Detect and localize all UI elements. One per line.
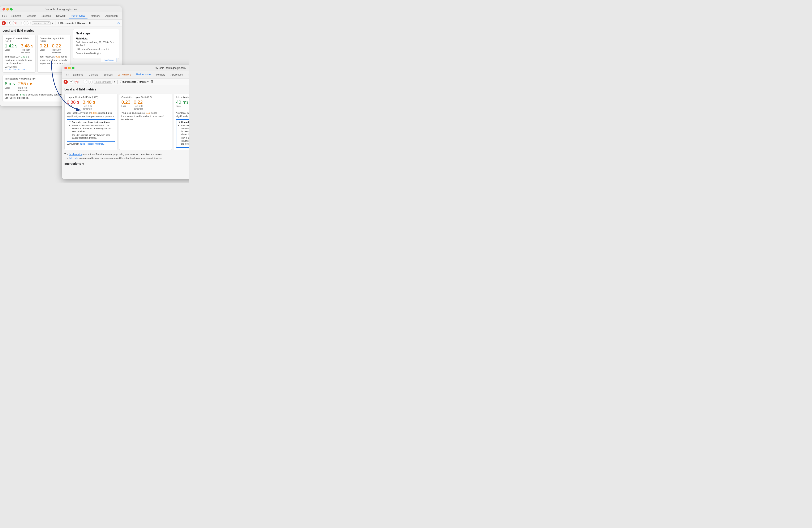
upload-button[interactable]: ↑ [21,21,25,25]
fg-minimize-button[interactable] [68,67,71,69]
memory-checkbox[interactable]: Memory [75,22,87,24]
fg-field-data-link[interactable]: field data [69,157,78,159]
fg-local-metrics-link[interactable]: local metrics [69,153,82,156]
fg-tab-sources[interactable]: Sources [101,72,115,77]
fg-lcp-consider-title: Consider your local test conditions [69,121,113,124]
fg-section-title: Local and field metrics [64,88,189,91]
tab-sources[interactable]: Sources [39,14,53,18]
fg-inp-desc: Your local INP value of 40 ms is good, b… [176,111,189,118]
fg-lcp-val-highlight: 6.88 s [91,112,98,114]
bg-cls-values: 0.21 Local 0.22 Field 75thPercentile [40,43,68,54]
fg-metrics-grid: Largest Contentful Paint (LCP) 6.88 s Lo… [64,94,189,150]
tab-memory[interactable]: Memory [88,14,102,18]
bg-cls-field-label: Field 75thPercentile [52,48,61,54]
fg-window-title: DevTools - fonts.google.com/ [154,67,186,70]
fg-maximize-button[interactable] [72,67,74,69]
bg-lcp-desc: Your local LCP 1.42 s is good, and is si… [5,55,33,65]
fg-main-content: Local and field metrics Largest Contentf… [62,85,189,179]
tab-network[interactable]: Network [54,14,68,18]
bg-lcp-link[interactable]: div.tile__text.tile__edu... [5,68,27,70]
fg-lcp-field-group: 3.48 s Field 75thpercentile [83,100,95,110]
minimize-button[interactable] [6,8,9,11]
traffic-lights [2,8,13,11]
fg-tab-network[interactable]: ⚠ Network [116,72,133,77]
network-warning-icon: ⚠ [118,73,120,76]
fg-tab-memory[interactable]: Memory [154,72,168,77]
tab-security[interactable]: Security [121,14,122,18]
bg-device-select: Device: Auto (Desktop) ▾ [76,52,116,55]
bg-inp-local-group: 8 ms Local [5,81,15,92]
fg-lcp-local-label: Local [67,105,79,108]
fg-lcp-element: LCP Element h1.tile__header--title.mai..… [67,143,115,145]
fg-tab-security[interactable]: Security [186,72,189,77]
fg-lcp-consider-item-1: The LCP element can vary between page lo… [72,134,113,140]
bg-lcp-card: Largest Contentful Paint (LCP) 1.42 s Lo… [2,35,36,73]
fg-tab-bar: ⠿ ⬚ Elements Console Sources ⚠ Network P… [62,71,189,79]
cpu-throttle-icon[interactable]: 🎛 [89,22,91,25]
tab-elements[interactable]: Elements [9,14,24,18]
fg-tab-application[interactable]: Application [168,72,186,77]
bg-tab-bar: ⠿ ⬚ Elements Console Sources Network Per… [0,12,122,20]
fg-titlebar: DevTools - fonts.google.com/ [62,65,189,71]
bg-lcp-field-val: 3.48 s [21,43,33,48]
bg-url-dropdown-icon[interactable]: ▾ [107,48,109,51]
settings-icon-right[interactable]: ⚙ [117,22,120,25]
interactions-info-icon[interactable]: ⊘ [82,162,84,165]
fg-inspect-icon[interactable]: ⬚ [66,73,69,76]
fg-tab-elements[interactable]: Elements [70,72,86,77]
bg-url-label: URL: https://fonts.google.com/ [76,48,107,51]
fg-tab-performance[interactable]: Performance [134,72,153,77]
fg-footer-line2: The field data is measured by real users… [64,156,189,160]
bg-inp-values: 8 ms Local 255 ms Field 75thPercentile [5,81,68,92]
record-button[interactable] [2,21,6,25]
fg-lcp-consider-item-0: Screen size can influence what the LCP e… [72,124,113,133]
bg-device-dropdown-icon[interactable]: ▾ [100,52,102,55]
inspect-icon[interactable]: ⬚ [4,14,7,17]
fg-inp-consider-title: Consider your local test conditions [178,121,189,124]
bg-lcp-field-group: 3.48 s Field 75thPercentile [21,43,33,54]
fg-screenshots-checkbox[interactable]: Screenshots [120,81,136,83]
bg-lcp-local-label: Local [5,48,17,51]
fg-cls-local-val: 0.23 [121,100,130,105]
no-recordings-label: (no recordings) [32,22,50,25]
fg-lcp-local-val: 6.88 s [67,100,79,105]
bg-lcp-element: LCP Element div.tile__text.tile__edu... [5,66,33,70]
bg-lcp-field-label: Field 75thPercentile [21,48,33,54]
fg-inp-local-label: Local [176,105,189,108]
fg-cpu-throttle-icon[interactable]: 🎛 [150,80,153,83]
bg-lcp-local-group: 1.42 s Local [5,43,17,54]
bg-cls-field-group: 0.22 Field 75thPercentile [52,43,61,54]
fg-lcp-title: Largest Contentful Paint (LCP) [67,96,115,98]
maximize-button[interactable] [10,8,13,11]
fg-inp-consider-box: Consider your local test conditions Real… [176,119,189,148]
fg-cls-desc: Your local CLS value of 0.23 needs impro… [121,111,170,121]
dropdown-arrow[interactable]: ▾ [52,22,53,25]
fg-memory-checkbox[interactable]: Memory [137,81,148,83]
reload-button[interactable]: ↺ [7,21,11,25]
fg-reload-button[interactable]: ↺ [69,80,73,84]
screenshots-checkbox[interactable]: Screenshots [58,22,74,24]
fg-cls-val-highlight: 0.23 [146,112,150,114]
bg-lcp-highlight: 1.42 s [20,55,27,58]
tab-console[interactable]: Console [24,14,39,18]
fg-close-button[interactable] [64,67,67,69]
fg-footer-line1: The local metrics are captured from the … [64,153,189,156]
fg-clear-button[interactable]: 🚫 [74,80,79,84]
fg-record-button[interactable] [63,80,68,84]
fg-download-button[interactable]: ↓ [88,80,93,84]
tab-performance[interactable]: Performance [68,13,88,18]
tab-application[interactable]: Application [103,14,120,18]
fg-dropdown-arrow[interactable]: ▾ [114,80,115,83]
close-button[interactable] [2,8,5,11]
fg-upload-button[interactable]: ↑ [83,80,87,84]
bg-configure-button[interactable]: Configure [101,58,116,62]
fg-tab-console[interactable]: Console [86,72,101,77]
bg-device-label: Device: Auto (Desktop) [76,52,99,55]
bg-cls-local-label: Local [40,48,49,51]
download-button[interactable]: ↓ [27,21,31,25]
fg-cls-field-val: 0.22 [134,100,143,105]
fg-lcp-link[interactable]: h1.tile__header--title.mai... [80,143,104,145]
fg-lcp-local-group: 6.88 s Local [67,100,79,110]
fg-inp-local-group: 40 ms Local [176,100,189,110]
clear-button[interactable]: 🚫 [13,21,17,25]
